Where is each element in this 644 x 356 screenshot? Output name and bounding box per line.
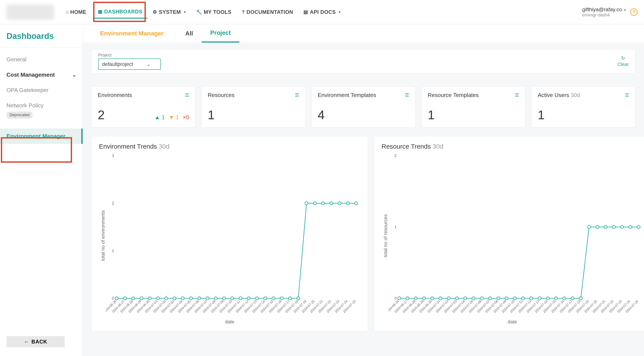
top-bar: ⌂ HOME ▦ DASHBOARDS ⚙ SYSTEM ▾ 🔧 MY TOOL… <box>0 0 644 24</box>
nav-documentation[interactable]: ? DOCUMENTATION <box>236 6 298 18</box>
svg-text:2: 2 <box>394 153 396 158</box>
svg-point-22 <box>264 297 267 300</box>
subtab-all[interactable]: All <box>177 25 202 42</box>
sidebar-item-label: Cost Management <box>6 72 55 78</box>
card-title: Environment Templates <box>318 92 376 98</box>
back-label: BACK <box>32 339 47 345</box>
user-menu[interactable]: gifthiya@rafay.co ▾ envmgr-dash4 <box>582 7 626 18</box>
svg-point-15 <box>206 297 209 300</box>
card-value: 4 <box>318 108 409 122</box>
svg-text:2: 2 <box>112 201 114 206</box>
svg-point-21 <box>256 297 258 300</box>
user-context: envmgr-dash4 <box>582 13 626 18</box>
clear-filter[interactable]: ↻ Clear <box>617 56 629 67</box>
user-email: gifthiya@rafay.co <box>582 7 622 12</box>
svg-point-70 <box>422 297 426 300</box>
sidebar-item-label: General <box>6 56 26 63</box>
chart-xlabel: date <box>99 319 360 325</box>
project-filter-label: Project <box>98 53 161 58</box>
chevron-down-icon: ▾ <box>184 10 186 14</box>
subtab-env-manager[interactable]: Environment Manager <box>92 25 172 42</box>
svg-point-6 <box>132 297 135 300</box>
svg-point-10 <box>165 297 168 300</box>
nav-system-label: SYSTEM <box>159 9 181 15</box>
card-environments: Environments ☰ 2 ▲ 1 ▼ 1 ×0 <box>92 86 196 127</box>
card-value: 2 <box>98 108 104 122</box>
svg-point-73 <box>447 297 450 300</box>
card-env-templates: Environment Templates ☰ 4 <box>312 86 416 127</box>
subtab-project[interactable]: Project <box>202 24 240 43</box>
sidebar-item-opa[interactable]: OPA Gatekeeper <box>0 83 82 98</box>
svg-point-67 <box>398 297 401 300</box>
svg-point-9 <box>156 297 160 300</box>
stat-x: ×0 <box>183 114 189 121</box>
nav-dashboards[interactable]: ▦ DASHBOARDS <box>93 6 148 19</box>
chart-title: Resource Trends 30d <box>382 143 643 150</box>
list-icon[interactable]: ☰ <box>185 92 189 98</box>
svg-text:3: 3 <box>112 153 114 158</box>
chart-ylabel: total no of resources <box>382 153 388 318</box>
svg-point-74 <box>456 297 458 300</box>
svg-point-89 <box>579 297 582 300</box>
svg-point-75 <box>464 297 467 300</box>
sidebar-item-environment-manager[interactable]: Environment Manager <box>0 128 82 144</box>
list-icon[interactable]: ☰ <box>625 92 629 98</box>
nav-system[interactable]: ⚙ SYSTEM ▾ <box>148 6 191 18</box>
nav-apidocs[interactable]: ▤ API DOCS ▾ <box>298 6 346 18</box>
sidebar-item-network-policy[interactable]: Network Policy Deprecated <box>0 98 82 123</box>
chart-resource-trends: Resource Trends 30d total no of resource… <box>374 136 644 331</box>
chart-ylabel: total no of environments <box>99 153 106 318</box>
nav-mytools-label: MY TOOLS <box>204 9 232 15</box>
svg-point-71 <box>431 297 434 300</box>
list-icon[interactable]: ☰ <box>405 92 409 98</box>
list-icon[interactable]: ☰ <box>295 92 299 98</box>
sidebar-item-cost[interactable]: Cost Management ⌄ <box>0 67 82 83</box>
svg-point-86 <box>554 297 558 300</box>
svg-point-90 <box>588 226 590 229</box>
list-icon[interactable]: ☰ <box>515 92 519 98</box>
logo <box>6 5 54 20</box>
wrench-icon: 🔧 <box>196 9 202 15</box>
nav-home-label: HOME <box>70 9 86 15</box>
card-value: 1 <box>208 108 299 122</box>
sidebar-list: General Cost Management ⌄ OPA Gatekeeper… <box>0 48 82 332</box>
clear-label: Clear <box>617 62 629 67</box>
project-select[interactable]: defaultproject ⌄ <box>98 59 161 70</box>
sidebar-item-general[interactable]: General <box>0 52 82 67</box>
svg-point-91 <box>596 226 599 229</box>
svg-point-14 <box>198 297 201 300</box>
sidebar-item-label: Network Policy <box>6 102 44 109</box>
svg-point-77 <box>480 297 483 300</box>
svg-point-69 <box>414 297 417 300</box>
sidebar: Dashboards General Cost Management ⌄ OPA… <box>0 24 83 356</box>
gear-icon: ⚙ <box>153 9 157 15</box>
card-resource-templates: Resource Templates ☰ 1 <box>422 86 526 127</box>
nav-mytools[interactable]: 🔧 MY TOOLS <box>191 6 236 18</box>
svg-point-93 <box>612 226 615 229</box>
chevron-down-icon: ▾ <box>339 10 341 14</box>
stat-down: ▼ 1 <box>169 114 179 121</box>
help-icon[interactable]: ? <box>630 9 638 16</box>
svg-point-33 <box>354 202 358 205</box>
svg-point-32 <box>346 202 350 205</box>
divider <box>174 30 174 38</box>
project-selected-value: defaultproject <box>102 61 133 67</box>
svg-point-88 <box>571 297 574 300</box>
svg-point-76 <box>472 297 475 300</box>
nav-home[interactable]: ⌂ HOME <box>60 6 92 18</box>
svg-point-25 <box>288 297 292 300</box>
svg-point-72 <box>439 297 442 300</box>
svg-point-81 <box>513 297 516 300</box>
home-icon: ⌂ <box>66 9 68 15</box>
user-area: gifthiya@rafay.co ▾ envmgr-dash4 ? <box>582 7 638 18</box>
chart-env-svg: 01232024-06-262024-06-272024-06-282024-0… <box>106 153 360 318</box>
card-title: Resource Templates <box>428 92 479 98</box>
svg-point-20 <box>247 297 250 300</box>
card-mini-stats: ▲ 1 ▼ 1 ×0 <box>154 114 189 121</box>
back-button[interactable]: ← BACK <box>6 336 65 347</box>
svg-point-23 <box>272 297 275 300</box>
card-resources: Resources ☰ 1 <box>202 86 306 127</box>
svg-point-28 <box>313 202 316 205</box>
top-nav: ⌂ HOME ▦ DASHBOARDS ⚙ SYSTEM ▾ 🔧 MY TOOL… <box>60 6 346 19</box>
refresh-icon: ↻ <box>621 56 625 61</box>
